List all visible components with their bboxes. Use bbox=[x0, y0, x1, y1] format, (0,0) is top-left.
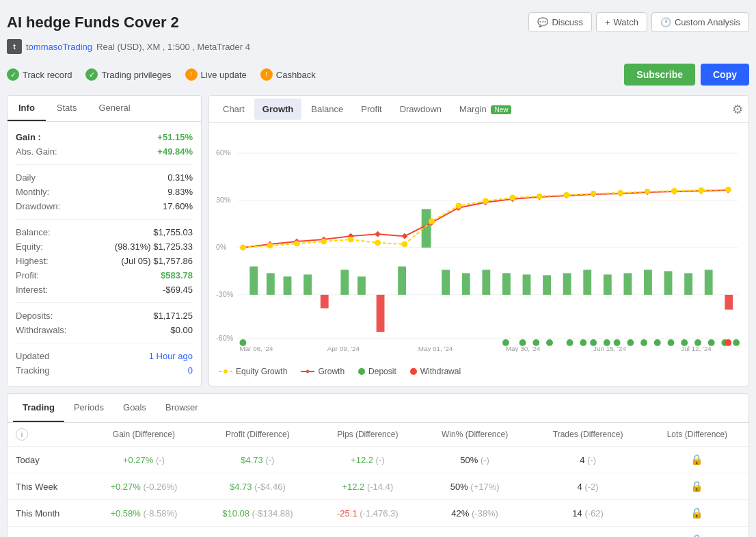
custom-analysis-button[interactable]: 🕐 Custom Analysis bbox=[651, 12, 749, 32]
trades-month: 14 (-62) bbox=[530, 500, 646, 527]
svg-point-94 bbox=[694, 339, 701, 346]
profit-year: $583.78 (-) bbox=[200, 527, 316, 538]
lots-year: 🔒 bbox=[646, 527, 748, 538]
withdrawal-legend: Withdrawal bbox=[410, 367, 461, 376]
tab-periods[interactable]: Periods bbox=[64, 394, 113, 422]
info-icon[interactable]: i bbox=[16, 428, 28, 441]
svg-point-60 bbox=[240, 245, 245, 250]
trades-year: 296 (-) bbox=[530, 527, 646, 538]
svg-point-91 bbox=[654, 339, 661, 346]
svg-point-71 bbox=[537, 194, 542, 199]
lots-week: 🔒 bbox=[646, 473, 748, 500]
svg-point-73 bbox=[591, 191, 596, 196]
status-bar: ✓ Track record ✓ Trading privileges ! Li… bbox=[7, 60, 749, 90]
avatar: t bbox=[7, 39, 22, 54]
svg-rect-26 bbox=[442, 270, 450, 294]
warn-icon: ! bbox=[185, 68, 198, 81]
chart-legend: Equity Growth Growth Deposit Withdrawal bbox=[209, 363, 748, 383]
svg-point-78 bbox=[725, 187, 731, 192]
svg-point-63 bbox=[321, 239, 327, 244]
tracking-row: Tracking 0 bbox=[16, 363, 193, 378]
svg-text:Jun 15, '24: Jun 15, '24 bbox=[593, 345, 626, 352]
discuss-button[interactable]: 💬 Discuss bbox=[528, 12, 592, 32]
svg-rect-38 bbox=[684, 273, 692, 295]
trades-week: 4 (-2) bbox=[530, 473, 646, 500]
col-header-lots: Lots (Difference) bbox=[646, 423, 748, 447]
clock-icon: 🕐 bbox=[660, 17, 671, 27]
svg-rect-39 bbox=[705, 270, 713, 294]
pips-today: +12.2 (-) bbox=[316, 447, 420, 473]
svg-rect-35 bbox=[623, 273, 632, 295]
svg-text:Mar 06, '24: Mar 06, '24 bbox=[240, 345, 273, 352]
tab-stats[interactable]: Stats bbox=[46, 96, 88, 121]
svg-point-75 bbox=[645, 189, 650, 194]
svg-point-84 bbox=[567, 339, 573, 346]
svg-point-86 bbox=[590, 339, 597, 346]
subscribe-button[interactable]: Subscribe bbox=[624, 64, 695, 86]
table-row: Today +0.27% (-) $4.73 (-) +12.2 (-) 50%… bbox=[8, 447, 748, 473]
deposits-row: Deposits: $1,171.25 bbox=[16, 309, 193, 323]
period-today: Today bbox=[8, 447, 88, 473]
trading-privileges-status: ✓ Trading privileges bbox=[85, 68, 171, 81]
chart-tab-drawdown[interactable]: Drawdown bbox=[392, 99, 450, 120]
tab-general[interactable]: General bbox=[87, 96, 141, 121]
chart-settings-icon[interactable]: ⚙ bbox=[732, 102, 743, 117]
account-row: t tommasoTrading Real (USD), XM , 1:500 … bbox=[7, 36, 749, 60]
svg-marker-46 bbox=[375, 231, 381, 237]
svg-rect-22 bbox=[357, 276, 366, 295]
gain-year: +51.15% (-) bbox=[88, 527, 200, 538]
profit-month: $10.08 (-$134.88) bbox=[200, 500, 316, 527]
svg-point-87 bbox=[604, 339, 610, 346]
svg-rect-36 bbox=[644, 270, 652, 294]
win-year: 74% (-) bbox=[420, 527, 530, 538]
abs-gain-row: Abs. Gain: +49.84% bbox=[16, 144, 193, 159]
left-tab-bar: Info Stats General bbox=[8, 96, 201, 122]
svg-rect-37 bbox=[664, 271, 673, 295]
svg-rect-21 bbox=[340, 270, 349, 294]
svg-rect-32 bbox=[563, 273, 571, 295]
svg-text:Apr 09, '24: Apr 09, '24 bbox=[327, 345, 360, 352]
col-header-profit: Profit (Difference) bbox=[200, 423, 316, 447]
info-tab-content: Gain : +51.15% Abs. Gain: +49.84% Daily … bbox=[8, 122, 201, 386]
profit-today: $4.73 (-) bbox=[200, 447, 316, 473]
svg-point-82 bbox=[532, 339, 539, 346]
svg-rect-29 bbox=[502, 273, 511, 295]
watch-button[interactable]: + Watch bbox=[596, 12, 647, 32]
svg-point-77 bbox=[699, 187, 704, 193]
tab-trading[interactable]: Trading bbox=[13, 394, 64, 422]
chart-tab-balance[interactable]: Balance bbox=[303, 99, 351, 120]
account-name[interactable]: tommasoTrading bbox=[26, 42, 92, 52]
svg-rect-27 bbox=[462, 273, 470, 295]
tab-goals[interactable]: Goals bbox=[113, 394, 156, 422]
plus-icon: + bbox=[605, 17, 610, 27]
pips-month: -25.1 (-1,476.3) bbox=[316, 500, 420, 527]
svg-point-69 bbox=[483, 198, 488, 204]
copy-button[interactable]: Copy bbox=[701, 64, 749, 86]
svg-point-79 bbox=[240, 339, 247, 346]
chart-tab-growth[interactable]: Growth bbox=[254, 99, 302, 120]
svg-rect-31 bbox=[543, 275, 551, 295]
check-icon-2: ✓ bbox=[85, 68, 98, 81]
win-month: 42% (-38%) bbox=[420, 500, 530, 527]
trading-table: i Gain (Difference) Profit (Difference) … bbox=[8, 423, 748, 537]
status-items: ✓ Track record ✓ Trading privileges ! Li… bbox=[7, 68, 316, 81]
svg-point-62 bbox=[294, 241, 299, 246]
win-today: 50% (-) bbox=[420, 447, 530, 473]
svg-text:0%: 0% bbox=[216, 243, 227, 251]
chart-tab-bar: Chart Growth Balance Profit Drawdown Mar… bbox=[209, 96, 748, 123]
tab-info[interactable]: Info bbox=[8, 96, 46, 121]
svg-point-72 bbox=[564, 192, 569, 198]
cashback-status: ! Cashback bbox=[260, 68, 316, 81]
balance-row: Balance: $1,755.03 bbox=[16, 225, 193, 239]
svg-point-67 bbox=[429, 219, 435, 224]
gain-row: Gain : +51.15% bbox=[16, 130, 193, 144]
highest-row: Highest: (Jul 05) $1,757.86 bbox=[16, 254, 193, 268]
subscribe-copy-buttons: Subscribe Copy bbox=[624, 64, 749, 86]
chart-tab-profit[interactable]: Profit bbox=[353, 99, 390, 120]
svg-point-100 bbox=[224, 369, 228, 374]
tab-browser[interactable]: Browser bbox=[156, 394, 208, 422]
chart-tab-chart[interactable]: Chart bbox=[215, 99, 253, 120]
growth-legend: Growth bbox=[301, 367, 345, 376]
win-week: 50% (+17%) bbox=[420, 473, 530, 500]
chart-tab-margin[interactable]: Margin New bbox=[451, 99, 519, 120]
